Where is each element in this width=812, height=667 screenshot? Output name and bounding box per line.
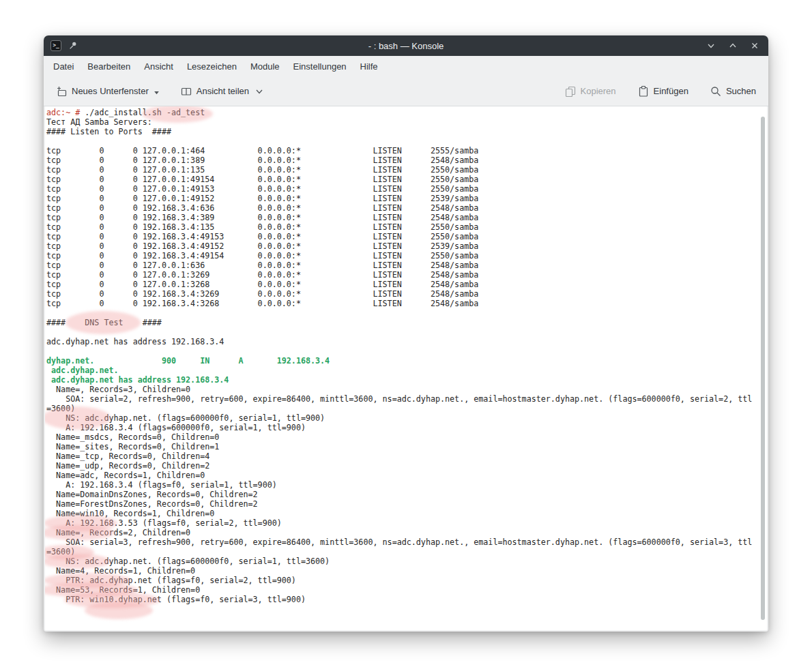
dropdown-arrow-icon [154, 91, 159, 95]
split-view-label: Ansicht teilen [197, 86, 249, 96]
menubar: DateiBearbeitenAnsichtLesezeichenModuleE… [44, 56, 768, 76]
terminal-line: A: 192.168.3.53 (flags=f0, serial=2, ttl… [46, 518, 767, 528]
menu-item-datei[interactable]: Datei [46, 58, 81, 75]
terminal[interactable]: adc:~ # ./adc_install.sh -ad_testТест АД… [45, 106, 767, 630]
terminal-line: adc.dyhap.net has address 192.168.3.4 [46, 375, 767, 385]
new-tab-icon [56, 86, 67, 97]
terminal-line: #### Listen to Ports #### [46, 127, 767, 136]
search-label: Suchen [726, 86, 756, 96]
terminal-line: Name=4, Records=1, Children=0 [46, 566, 767, 576]
terminal-line: SOA: serial=3, refresh=900, retry=600, e… [46, 537, 767, 547]
terminal-line: #### DNS Test #### [46, 318, 767, 327]
terminal-line: dyhap.net. 900 IN A 192.168.3.4 [46, 356, 767, 366]
terminal-line [46, 136, 767, 146]
terminal-line: tcp 0 0 127.0.0.1:636 0.0.0.0:* LISTEN 2… [46, 261, 767, 270]
terminal-line: A: 192.168.3.4 (flags=600000f0, serial=1… [46, 423, 767, 432]
maximize-button[interactable] [727, 40, 738, 51]
konsole-window: >_ - : bash — Konsole DateiBearbeitenAns… [44, 35, 768, 632]
terminal-line: tcp 0 0 127.0.0.1:49154 0.0.0.0:* LISTEN… [46, 175, 767, 184]
terminal-line: Name=_udp, Records=0, Children=2 [46, 461, 767, 471]
terminal-line: Name=win10, Records=1, Children=0 [46, 509, 767, 518]
terminal-line: tcp 0 0 127.0.0.1:3268 0.0.0.0:* LISTEN … [46, 280, 767, 289]
terminal-line: tcp 0 0 192.168.3.4:49154 0.0.0.0:* LIST… [46, 251, 767, 261]
terminal-line: =3600) [46, 404, 767, 413]
menu-item-einstellungen[interactable]: Einstellungen [287, 58, 353, 75]
split-view-icon [181, 86, 192, 97]
toolbar: Neues Unterfenster Ansicht teilen [44, 76, 768, 106]
minimize-button[interactable] [706, 40, 716, 51]
paste-label: Einfügen [654, 86, 688, 96]
search-button[interactable]: Suchen [705, 82, 762, 101]
terminal-line: adc:~ # ./adc_install.sh -ad_test [46, 108, 767, 117]
terminal-line: Name=_tcp, Records=0, Children=4 [46, 451, 767, 461]
terminal-line: PTR: win10.dyhap.net (flags=f0, serial=3… [46, 595, 767, 604]
terminal-line: Name=adc, Records=1, Children=0 [46, 471, 767, 480]
terminal-line: tcp 0 0 127.0.0.1:464 0.0.0.0:* LISTEN 2… [46, 146, 767, 155]
terminal-line: tcp 0 0 192.168.3.4:135 0.0.0.0:* LISTEN… [46, 222, 767, 232]
terminal-line: Name=DomainDnsZones, Records=0, Children… [46, 490, 767, 499]
terminal-line: Name=53, Records=1, Children=0 [46, 585, 767, 595]
terminal-line: adc.dyhap.net. [46, 366, 767, 375]
terminal-output: adc:~ # ./adc_install.sh -ad_testТест АД… [45, 106, 767, 604]
terminal-line: Name=ForestDnsZones, Records=0, Children… [46, 499, 767, 509]
terminal-line: tcp 0 0 192.168.3.4:636 0.0.0.0:* LISTEN… [46, 203, 767, 213]
window-title: - : bash — Konsole [44, 41, 768, 51]
terminal-line: tcp 0 0 127.0.0.1:49152 0.0.0.0:* LISTEN… [46, 194, 767, 203]
terminal-line: Тест АД Samba Servers: [46, 117, 767, 127]
terminal-line: =3600) [46, 547, 767, 557]
scrollbar-thumb[interactable] [761, 117, 765, 620]
menu-item-hilfe[interactable]: Hilfe [353, 58, 385, 75]
titlebar[interactable]: >_ - : bash — Konsole [44, 35, 768, 56]
terminal-line: SOA: serial=2, refresh=900, retry=600, e… [46, 394, 767, 404]
paste-icon [638, 86, 649, 97]
konsole-app-icon: >_ [50, 40, 61, 51]
terminal-line: tcp 0 0 127.0.0.1:135 0.0.0.0:* LISTEN 2… [46, 165, 767, 175]
terminal-line: Name=, Records=3, Children=0 [46, 385, 767, 394]
copy-label: Kopieren [581, 86, 616, 96]
terminal-line: NS: adc.dyhap.net. (flags=600000f0, seri… [46, 413, 767, 423]
terminal-line [46, 308, 767, 318]
terminal-line: Name=, Records=2, Children=0 [46, 528, 767, 537]
terminal-line: PTR: adc.dyhap.net (flags=f0, serial=2, … [46, 576, 767, 585]
terminal-line: adc.dyhap.net has address 192.168.3.4 [46, 337, 767, 346]
terminal-line: tcp 0 0 192.168.3.4:3268 0.0.0.0:* LISTE… [46, 299, 767, 308]
menu-item-ansicht[interactable]: Ansicht [137, 58, 180, 75]
terminal-line [46, 346, 767, 356]
chevron-down-icon [256, 88, 263, 95]
terminal-line: tcp 0 0 127.0.0.1:49153 0.0.0.0:* LISTEN… [46, 184, 767, 194]
menu-item-bearbeiten[interactable]: Bearbeiten [81, 58, 137, 75]
menu-item-lesezeichen[interactable]: Lesezeichen [180, 58, 244, 75]
paste-button[interactable]: Einfügen [633, 82, 694, 101]
terminal-line: Name=_sites, Records=0, Children=1 [46, 442, 767, 451]
copy-button[interactable]: Kopieren [560, 82, 622, 101]
terminal-line: tcp 0 0 192.168.3.4:389 0.0.0.0:* LISTEN… [46, 213, 767, 222]
close-button[interactable] [749, 40, 760, 51]
split-view-button[interactable]: Ansicht teilen [175, 82, 268, 101]
terminal-line: tcp 0 0 192.168.3.4:3269 0.0.0.0:* LISTE… [46, 289, 767, 299]
new-tab-button[interactable]: Neues Unterfenster [50, 82, 164, 101]
terminal-line: tcp 0 0 192.168.3.4:49153 0.0.0.0:* LIST… [46, 232, 767, 241]
terminal-line: NS: adc.dyhap.net. (flags=600000f0, seri… [46, 557, 767, 566]
terminal-line: Name=_msdcs, Records=0, Children=0 [46, 432, 767, 442]
terminal-line: A: 192.168.3.4 (flags=f0, serial=1, ttl=… [46, 480, 767, 490]
menu-item-module[interactable]: Module [244, 58, 287, 75]
terminal-line [46, 327, 767, 337]
terminal-line: tcp 0 0 192.168.3.4:49152 0.0.0.0:* LIST… [46, 241, 767, 251]
terminal-line: tcp 0 0 127.0.0.1:389 0.0.0.0:* LISTEN 2… [46, 155, 767, 165]
new-tab-label: Neues Unterfenster [72, 86, 149, 96]
pin-icon[interactable] [68, 41, 78, 50]
search-icon [710, 86, 721, 97]
copy-icon [565, 86, 576, 97]
terminal-line: tcp 0 0 127.0.0.1:3269 0.0.0.0:* LISTEN … [46, 270, 767, 280]
